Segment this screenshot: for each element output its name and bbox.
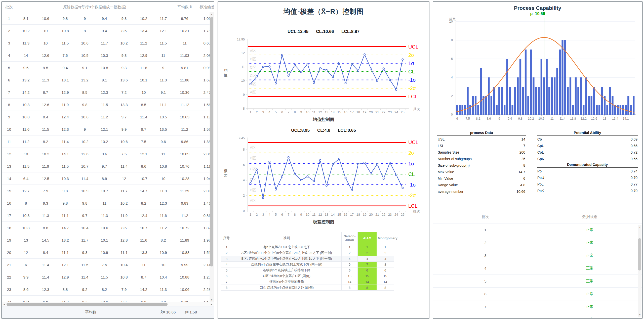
stat-row: PpU0.70	[537, 174, 638, 181]
scrollbar-thumb[interactable]	[7, 303, 168, 306]
scroll-up-icon[interactable]: ▲	[638, 226, 642, 229]
cell-value: 9.3	[114, 62, 134, 74]
stat-value: 14	[521, 137, 525, 141]
svg-text:15: 15	[337, 213, 341, 216]
rule-value: 8	[358, 285, 377, 291]
cell-value: 10.2	[75, 135, 95, 148]
cell-batch: 13	[2, 160, 16, 172]
rules-row: 1有n个点落在UCL之上或LCL之下111	[221, 244, 394, 250]
cell-value: 9	[75, 12, 95, 25]
vertical-scrollbar[interactable]: ▲ ▼	[210, 12, 214, 302]
svg-text:5: 5	[275, 213, 277, 216]
scroll-left-icon[interactable]: ◄	[2, 302, 6, 306]
svg-text:12.95: 12.95	[237, 38, 245, 41]
cell-value: 10	[153, 259, 173, 271]
stat-label: PpU	[537, 176, 544, 180]
cell-mean: 11.86	[173, 74, 196, 86]
cell-batch: 21	[2, 259, 16, 271]
rule-value: 14	[358, 279, 377, 285]
horizontal-scrollbar[interactable]: ◄ ►	[2, 302, 214, 306]
svg-text:9.45: 9.45	[239, 136, 245, 140]
cell-value: 11.8	[134, 62, 153, 74]
cell-value: 8.5	[75, 86, 95, 99]
svg-text:4: 4	[451, 75, 453, 79]
svg-text:A区: A区	[250, 198, 256, 203]
svg-text:17: 17	[350, 213, 354, 216]
cell-value: 10.4	[114, 259, 134, 271]
svg-text:12: 12	[241, 51, 245, 55]
svg-text:13: 13	[325, 110, 328, 114]
stat-row: USL14	[437, 136, 526, 143]
xbar-control-chart[interactable]: 8910111212.95123456789101112131415161718…	[219, 36, 428, 117]
raw-data-table-wrap[interactable]: 批次原始数据x(每行8个数据组成一批数据)平均数 X̄标准偏差 18.110.6…	[2, 2, 214, 304]
cell-value: 13.2	[55, 234, 75, 246]
cell-value: 7.2	[114, 86, 134, 99]
cell-value: 10.3	[16, 209, 36, 222]
stat-label: CpU	[537, 144, 544, 148]
cell-value: 11.3	[36, 209, 55, 222]
svg-text:LCL: LCL	[408, 203, 418, 209]
scroll-down-icon[interactable]: ▼	[210, 298, 214, 302]
status-batch: 8	[433, 313, 538, 319]
svg-text:12: 12	[318, 213, 322, 216]
cell-value: 13.5	[153, 123, 173, 135]
cell-value: 8.5	[134, 99, 153, 111]
cell-value: 11.2	[16, 135, 36, 148]
cell-value: 8.6	[134, 160, 153, 172]
cell-value: 11.6	[134, 234, 153, 246]
range-control-chart[interactable]: 024689.451234567891011121314151617181920…	[219, 134, 428, 219]
capability-histogram[interactable]: 0246810频数67.58.18.699.49.810.210.61111.4…	[436, 18, 639, 128]
status-vertical-scrollbar[interactable]: ▲ ▼	[638, 225, 641, 317]
cell-value: 9.1	[95, 74, 114, 86]
cell-value: 11.1	[114, 246, 134, 259]
rule-value: 14	[377, 279, 394, 285]
batch-status-table: 批次数据状态 1正常2正常3正常4正常5正常6正常7正常8正常	[433, 210, 642, 318]
svg-text:4: 4	[269, 110, 270, 114]
cell-mean: 10.89	[173, 148, 196, 160]
cell-value: 11.5	[55, 37, 75, 49]
cell-mean: 10.88	[173, 271, 196, 283]
cell-mean: 10.36	[173, 86, 196, 99]
svg-text:2: 2	[451, 94, 453, 98]
svg-text:8: 8	[451, 38, 453, 42]
cell-value: 10.3	[95, 49, 114, 62]
xbar-limits-label: UCL:12.45 CL:10.66 LCL:8.87	[218, 29, 429, 34]
status-badge: 正常	[538, 262, 642, 275]
scroll-down-icon[interactable]: ▼	[638, 313, 642, 316]
cell-value: 12.6	[36, 99, 55, 111]
cell-value: 10.2	[114, 197, 134, 209]
svg-text:CL: CL	[408, 69, 415, 74]
cell-value: 11	[153, 148, 173, 160]
stat-value: 0.70	[631, 189, 637, 193]
scrollbar-thumb[interactable]	[210, 17, 213, 266]
cell-value: 10.6	[75, 111, 95, 123]
range-lcl-label: LCL:0.65	[338, 128, 356, 133]
svg-text:17: 17	[350, 110, 354, 114]
stat-label: Max Value	[438, 170, 454, 174]
svg-text:B区: B区	[250, 156, 256, 160]
stat-label: average number	[438, 190, 463, 194]
cell-mean: 10.76	[173, 160, 196, 172]
scroll-right-icon[interactable]: ►	[210, 302, 214, 306]
cell-mean: 9.86	[173, 135, 196, 148]
svg-text:7: 7	[288, 213, 289, 216]
rule-value: 1	[377, 244, 394, 250]
scroll-up-icon[interactable]: ▲	[210, 13, 214, 16]
cell-value: 11.5	[153, 37, 173, 49]
cell-value: 9.4	[55, 62, 75, 74]
svg-text:B区: B区	[250, 57, 256, 61]
rule-description: 有n个点落在UCL之上或LCL之下	[232, 244, 342, 250]
status-row: 5正常	[433, 275, 642, 288]
stat-label: PpK	[537, 189, 544, 193]
scrollbar-thumb[interactable]	[638, 238, 641, 270]
raw-data-panel: 批次原始数据x(每行8个数据组成一批数据)平均数 X̄标准偏差 18.110.6…	[2, 2, 214, 318]
cell-value: 11.4	[134, 111, 153, 123]
cell-batch: 3	[2, 37, 16, 49]
cell-value: 10.8	[95, 62, 114, 74]
table-row: 613.211.313.113.29.113.610.111.311.861.6…	[2, 74, 214, 86]
cell-value: 12.8	[114, 234, 134, 246]
cell-value: 8	[75, 25, 95, 37]
demonstrated-capacity-title: Demonstrated Capacity	[537, 162, 638, 168]
svg-text:21: 21	[375, 110, 379, 114]
cell-value: 8.8	[55, 283, 75, 296]
